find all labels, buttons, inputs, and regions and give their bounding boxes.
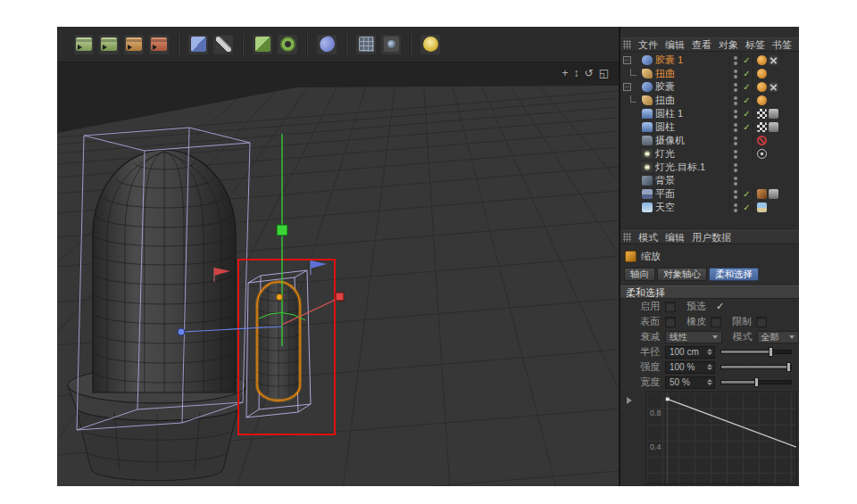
enable-check[interactable]: ✓	[740, 67, 753, 80]
visibility-toggles[interactable]	[729, 96, 740, 105]
object-label[interactable]: 摄像机	[655, 134, 729, 147]
object-label[interactable]: 胶囊 1	[655, 54, 729, 67]
width-slider[interactable]	[720, 380, 792, 384]
width-field[interactable]: 50 %	[665, 376, 715, 389]
tab-soft-selection[interactable]: 柔和选择	[709, 268, 759, 281]
texture-tag-icon[interactable]	[757, 189, 767, 199]
menu-bookmarks[interactable]: 书签	[769, 38, 795, 51]
green-cube-icon[interactable]	[252, 34, 273, 55]
object-row-background[interactable]: 背景	[620, 174, 799, 187]
menu-userdata[interactable]: 用户数据	[688, 231, 735, 244]
collapse-icon[interactable]	[623, 83, 631, 91]
object-label[interactable]: 灯光	[655, 147, 729, 161]
phong-tag-icon[interactable]	[769, 189, 778, 199]
radius-field[interactable]: 100 cm	[665, 346, 715, 359]
visibility-toggles[interactable]	[729, 83, 740, 92]
menu-tags[interactable]: 标签	[742, 38, 769, 51]
xray-tag-icon[interactable]	[769, 82, 778, 92]
visibility-toggles[interactable]	[729, 203, 740, 212]
y-axis-handle[interactable]	[277, 225, 287, 235]
mode-select[interactable]: 全部	[757, 331, 799, 343]
object-label[interactable]: 圆柱 1	[655, 107, 729, 120]
curve-point-handle[interactable]	[666, 398, 670, 401]
visibility-toggles[interactable]	[729, 163, 740, 172]
expand-caret-icon[interactable]	[627, 397, 632, 404]
menu-edit[interactable]: 编辑	[661, 38, 688, 51]
object-row-cylinder[interactable]: 圆柱 ✓	[620, 120, 799, 134]
timeline-green-1-icon[interactable]	[73, 34, 95, 55]
enable-check[interactable]: ✓	[740, 94, 753, 107]
target-tag-icon[interactable]	[757, 149, 767, 159]
preselect-check-icon[interactable]: ✓	[716, 301, 724, 312]
tab-object-axis[interactable]: 对象轴心	[657, 268, 707, 281]
enable-check[interactable]: ✓	[740, 187, 753, 201]
enable-checkbox[interactable]	[665, 302, 676, 312]
enable-check[interactable]: ✓	[740, 80, 753, 94]
enable-check[interactable]: ✓	[740, 120, 753, 134]
menu-objects[interactable]: 对象	[715, 38, 742, 51]
surface-checkbox[interactable]	[665, 317, 676, 327]
zoom-icon[interactable]: ↕	[574, 67, 579, 79]
visibility-toggles[interactable]	[729, 56, 740, 65]
phong-tag-icon[interactable]	[769, 109, 778, 119]
x-axis-handle[interactable]	[336, 293, 344, 301]
spinner-icon[interactable]	[707, 364, 712, 370]
eraser-checkbox[interactable]	[711, 317, 721, 327]
object-row-sky[interactable]: 天空 ✓	[620, 201, 799, 214]
object-label[interactable]: 灯光.目标.1	[655, 161, 729, 174]
object-label[interactable]: 天空	[655, 201, 729, 214]
strength-slider[interactable]	[720, 365, 792, 369]
spinner-icon[interactable]	[707, 379, 712, 385]
timeline-red-icon[interactable]	[148, 34, 170, 55]
limit-checkbox[interactable]	[756, 317, 767, 327]
object-row-capsule[interactable]: 胶囊 ✓	[620, 80, 799, 94]
object-label[interactable]: 平面	[655, 187, 729, 201]
material-tag-icon[interactable]	[757, 69, 767, 78]
menu-edit[interactable]: 编辑	[661, 231, 688, 244]
visibility-toggles[interactable]	[729, 177, 740, 186]
visibility-toggles[interactable]	[729, 70, 740, 78]
phong-tag-icon[interactable]	[769, 122, 778, 132]
xray-tag-icon[interactable]	[769, 55, 778, 65]
object-label[interactable]: 胶囊	[655, 80, 729, 94]
object-row-plane[interactable]: 平面 ✓	[620, 187, 799, 201]
protection-tag-icon[interactable]	[757, 136, 767, 145]
material-tag-icon[interactable]	[757, 55, 767, 65]
material-tag-icon[interactable]	[757, 95, 767, 105]
viewport[interactable]: + ↕ ↺ ◱	[57, 62, 619, 486]
visibility-toggles[interactable]	[729, 110, 740, 119]
menu-file[interactable]: 文件	[635, 38, 661, 51]
visibility-toggles[interactable]	[729, 190, 740, 199]
object-label[interactable]: 圆柱	[655, 120, 729, 134]
section-header[interactable]: 柔和选择	[620, 285, 799, 299]
material-tag-icon[interactable]	[757, 82, 767, 92]
collapse-icon[interactable]	[623, 56, 631, 64]
cube-primitive-icon[interactable]	[187, 34, 209, 55]
falloff-select[interactable]: 线性	[665, 331, 722, 343]
curve-canvas[interactable]	[646, 392, 796, 483]
z-axis-handle[interactable]	[178, 328, 185, 335]
object-row-camera[interactable]: 摄像机	[620, 134, 799, 147]
panel-grip-icon[interactable]	[623, 233, 631, 242]
object-row-light[interactable]: 灯光	[620, 147, 799, 161]
viewport-canvas[interactable]	[57, 62, 619, 486]
falloff-curve-graph[interactable]: 0.8 0.4	[645, 392, 797, 484]
visibility-toggles[interactable]	[729, 150, 740, 159]
timeline-orange-icon[interactable]	[123, 34, 145, 55]
enable-check[interactable]: ✓	[740, 201, 753, 214]
camera-icon[interactable]	[380, 34, 402, 55]
sky-texture-tag-icon[interactable]	[757, 202, 767, 212]
object-row-capsule1[interactable]: 胶囊 1 ✓	[620, 54, 799, 67]
texture-tag-icon[interactable]	[757, 109, 767, 119]
timeline-green-2-icon[interactable]	[98, 34, 120, 55]
radius-slider[interactable]	[720, 350, 792, 354]
menu-mode[interactable]: 模式	[635, 231, 661, 244]
object-label[interactable]: 背景	[655, 174, 729, 187]
object-row-bend1[interactable]: 扭曲 ✓	[620, 67, 799, 80]
object-label[interactable]: 扭曲	[655, 67, 729, 80]
falloff-curve-line[interactable]	[668, 399, 796, 447]
strength-field[interactable]: 100 %	[665, 361, 715, 374]
visibility-toggles[interactable]	[729, 123, 740, 132]
tab-axis[interactable]: 轴向	[624, 268, 655, 281]
pan-icon[interactable]: +	[562, 67, 569, 79]
